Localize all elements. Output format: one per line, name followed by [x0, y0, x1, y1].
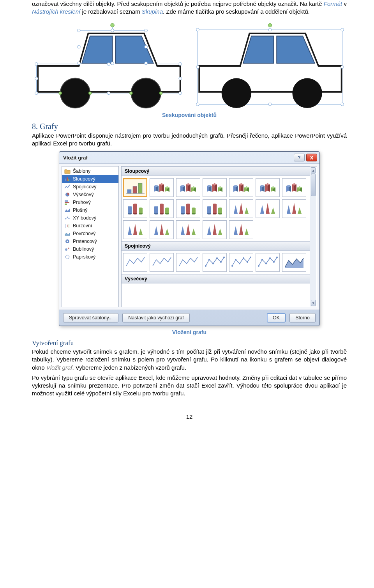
category-item-stock[interactable]: Burzovní [62, 222, 118, 230]
chart-thumb-column-3[interactable] [203, 178, 227, 197]
svg-marker-174 [245, 228, 249, 235]
category-label: Prstencový [73, 239, 97, 244]
svg-point-135 [181, 213, 185, 214]
svg-point-117 [128, 213, 132, 214]
help-icon: ? [298, 155, 301, 160]
category-item-pie[interactable]: Výsečový [62, 191, 118, 198]
chart-thumb-column-9[interactable] [176, 199, 200, 218]
bubble-icon [64, 246, 71, 252]
svg-marker-162 [139, 228, 143, 235]
svg-marker-157 [287, 205, 291, 214]
svg-rect-131 [165, 208, 169, 214]
category-item-line[interactable]: Spojnicový [62, 183, 118, 191]
category-item-bubble[interactable]: Bublinový [62, 245, 118, 253]
svg-point-37 [268, 103, 272, 106]
donut-icon [64, 239, 71, 244]
group-header-sloupcovy: Sloupcový [122, 166, 310, 176]
scroll-down-icon[interactable]: ▼ [311, 300, 316, 306]
help-button[interactable]: ? [294, 154, 305, 161]
chart-thumb-column-18[interactable] [229, 220, 253, 239]
folder-icon [64, 168, 71, 174]
ok-button[interactable]: OK [267, 313, 286, 322]
category-item-area[interactable]: Plošný [62, 206, 118, 214]
svg-rect-143 [207, 207, 211, 214]
chart-thumb-column-7[interactable] [123, 199, 147, 218]
svg-point-14 [78, 29, 81, 32]
dialog-titlebar: Vložit graf ? X [59, 152, 319, 163]
category-item-radar[interactable]: Paprskový [62, 253, 118, 261]
chart-thumb-column-14[interactable] [123, 220, 147, 239]
svg-point-179 [220, 261, 222, 263]
chart-thumb-line-3[interactable] [203, 253, 227, 272]
text: je rozbalovací seznam [80, 8, 142, 15]
svg-point-48 [69, 218, 70, 219]
svg-point-28 [292, 78, 322, 108]
svg-point-55 [68, 248, 69, 249]
chart-thumb-column-15[interactable] [150, 220, 174, 239]
scroll-up-icon[interactable]: ▲ [311, 167, 316, 174]
category-item-hbar[interactable]: Pruhový [62, 198, 118, 206]
chart-thumb-column-10[interactable] [203, 199, 227, 218]
svg-point-33 [341, 28, 344, 31]
svg-point-18 [145, 45, 148, 48]
area-icon [64, 207, 71, 213]
chart-thumb-line-2[interactable] [176, 253, 200, 272]
close-button[interactable]: X [306, 154, 317, 161]
chart-thumb-line-5[interactable] [256, 253, 280, 272]
svg-point-188 [261, 259, 263, 260]
svg-point-32 [268, 28, 272, 31]
paragraph-create-chart: Pokud chceme vytvořit snímek s grafem, j… [32, 348, 347, 372]
category-item-scatter[interactable]: XY bodový [62, 214, 118, 222]
svg-marker-153 [245, 207, 249, 214]
svg-marker-56 [65, 255, 69, 259]
chart-thumb-column-2[interactable] [176, 178, 200, 197]
chart-thumb-column-5[interactable] [256, 178, 280, 197]
chart-thumb-column-8[interactable] [150, 199, 174, 218]
set-default-chart-button[interactable]: Nastavit jako výchozí graf [122, 313, 189, 322]
insert-chart-dialog-figure: Vložit graf ? X ŠablonySloupcovýSpojnico… [59, 151, 320, 326]
cancel-button[interactable]: Storno [289, 313, 316, 322]
svg-point-54 [65, 248, 67, 251]
svg-point-150 [218, 213, 222, 214]
chart-thumb-column-12[interactable] [256, 199, 280, 218]
manage-templates-button[interactable]: Spravovat šablony... [63, 313, 118, 322]
svg-point-17 [78, 45, 81, 48]
svg-point-190 [269, 257, 271, 259]
chart-thumb-line-1[interactable] [150, 253, 174, 272]
chart-thumb-column-17[interactable] [203, 220, 227, 239]
chart-thumb-column-0[interactable] [123, 178, 147, 197]
svg-rect-59 [138, 183, 142, 193]
svg-point-31 [196, 28, 199, 31]
chart-thumb-line-6[interactable] [282, 253, 306, 272]
svg-marker-152 [239, 203, 243, 214]
chart-thumb-column-16[interactable] [176, 220, 200, 239]
svg-point-11 [35, 92, 38, 95]
svg-point-15 [111, 29, 114, 32]
svg-marker-165 [165, 228, 169, 235]
scrollbar-thumb[interactable] [311, 174, 316, 196]
svg-point-7 [107, 62, 110, 66]
chart-thumb-column-13[interactable] [282, 199, 306, 218]
svg-point-180 [223, 257, 225, 258]
svg-rect-45 [65, 204, 67, 205]
svg-point-120 [133, 213, 137, 214]
chart-thumb-column-4[interactable] [229, 178, 253, 197]
chart-thumb-column-6[interactable] [282, 178, 306, 197]
chart-thumb-column-11[interactable] [229, 199, 253, 218]
category-item-folder[interactable]: Šablony [62, 167, 118, 175]
chart-category-list[interactable]: ŠablonySloupcovýSpojnicovýVýsečovýPruhov… [62, 166, 119, 307]
chart-thumb-line-4[interactable] [229, 253, 253, 272]
svg-point-19 [78, 62, 81, 65]
ui-ref-drawing-tools: Nástrojích kreslení [32, 8, 80, 15]
category-item-surface[interactable]: Povrchový [62, 230, 118, 237]
chart-thumb-column-1[interactable] [150, 178, 174, 197]
chart-thumb-line-0[interactable] [123, 253, 147, 272]
svg-marker-159 [298, 207, 302, 214]
svg-point-34 [196, 66, 199, 69]
category-label: Paprskový [73, 254, 95, 260]
svg-rect-149 [218, 208, 222, 214]
category-item-donut[interactable]: Prstencový [62, 237, 118, 245]
panel-scrollbar[interactable]: ▲ ▼ [310, 167, 316, 306]
category-item-bars[interactable]: Sloupcový [62, 175, 118, 183]
svg-rect-125 [154, 207, 158, 214]
